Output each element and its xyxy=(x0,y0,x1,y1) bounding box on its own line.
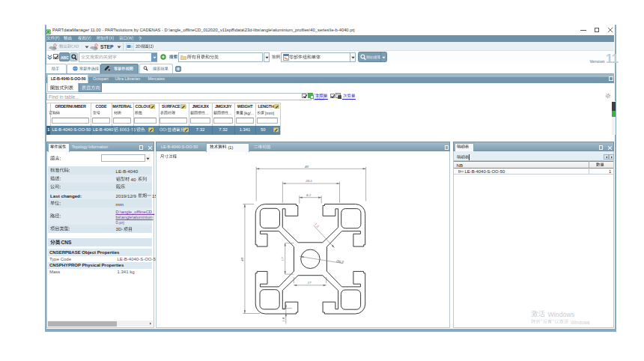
svg-text:8.2: 8.2 xyxy=(306,193,312,197)
svg-text:17: 17 xyxy=(308,281,312,285)
svg-text:17: 17 xyxy=(281,257,285,261)
svg-text:1.5: 1.5 xyxy=(314,222,320,228)
svg-text:40: 40 xyxy=(305,165,309,169)
svg-text:20.5: 20.5 xyxy=(306,179,312,183)
svg-text:Ø6.8: Ø6.8 xyxy=(335,259,344,264)
svg-text:1.8: 1.8 xyxy=(282,317,285,322)
svg-text:40: 40 xyxy=(240,258,244,262)
